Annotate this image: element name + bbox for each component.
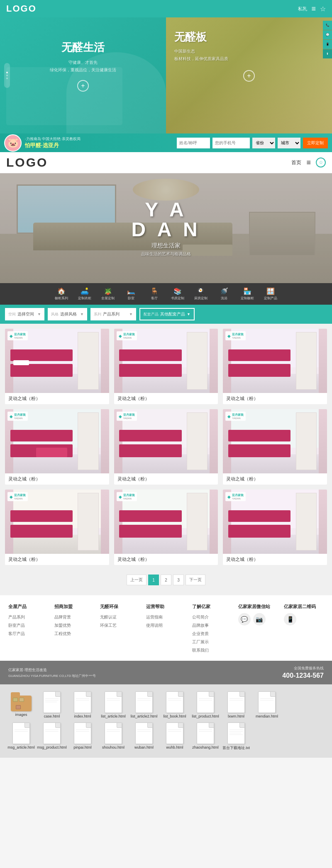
cat-item-9[interactable]: 🏪 定制橱柜 (236, 286, 259, 302)
footer-about-link-4[interactable]: 工厂展示 (192, 638, 232, 646)
file-item-shouhou[interactable]: shouhou.html (99, 723, 127, 751)
footer-join-link-2[interactable]: 加盟优势 (54, 621, 94, 630)
file-item-case[interactable]: case.html (38, 691, 66, 718)
cat-item-1[interactable]: 🏠 橱柜系列 (50, 286, 73, 302)
page-2-btn[interactable]: 2 (161, 575, 171, 585)
product-card-3-3[interactable]: ◆ 亚丹家装 YADAN 灵动之城（粉） (223, 490, 327, 565)
file-grid: images case.html index.html (5, 689, 327, 720)
cat-item-5[interactable]: 🪑 客厅 (143, 286, 166, 302)
footer-eco-link-1[interactable]: 无醛认证 (100, 613, 140, 621)
footer-join-link-3[interactable]: 工程优势 (54, 630, 94, 638)
name-input[interactable] (177, 138, 210, 148)
cat-icon-7: 🍳 (197, 287, 205, 295)
footer-about-link-1[interactable]: 公司简介 (192, 613, 232, 621)
footer-join-link-1[interactable]: 品牌背景 (54, 613, 94, 621)
product-card-1-2[interactable]: ◆ 亚丹家装 YADAN 灵动之城（粉） (114, 329, 218, 404)
main-header: LOGO 首页 ≡ ☆ (0, 152, 332, 173)
side-panel-item-1[interactable]: 📞 (323, 21, 332, 30)
cat-item-7[interactable]: 🍳 厨房定制 (189, 286, 212, 302)
footer-about-link-5[interactable]: 联系我们 (192, 646, 232, 655)
filter-style[interactable]: 风格 选择风格 ▼ (48, 308, 87, 320)
file-item-list-product[interactable]: list_product.html (191, 691, 220, 718)
next-page-btn[interactable]: 下一页 (186, 575, 205, 585)
banner-left-plus-btn[interactable]: + (77, 80, 89, 92)
footer-eco-link-2[interactable]: 环保工艺 (100, 621, 140, 630)
page-3-btn[interactable]: 3 (173, 575, 184, 585)
filter-series[interactable]: 系列 产品系列 ▼ (90, 308, 136, 320)
cat-item-4[interactable]: 🛏️ 卧室 (120, 286, 143, 302)
camera-icon[interactable]: 📷 (253, 613, 266, 626)
footer-col-join: 招商加盟 品牌背景 加盟优势 工程优势 (54, 604, 94, 655)
product-card-2-3[interactable]: ◆ 亚丹家装 YADAN 灵动之城（粉） (223, 409, 327, 485)
file-item-wuhb[interactable]: wuhb.html (161, 723, 189, 751)
main-logo: LOGO (6, 155, 48, 170)
file-page-icon (43, 691, 61, 713)
cat-icon-8: 🚿 (220, 287, 228, 295)
cat-item-2[interactable]: 🛋️ 定制衣柜 (73, 286, 96, 302)
file-item-list-article2[interactable]: list_article2.html (130, 691, 158, 718)
footer-col-products: 全屋产品 产品系列 卧室产品 客厅产品 (8, 604, 48, 655)
header-menu-icon[interactable]: ≡ (306, 158, 311, 167)
filter-series-placeholder: 产品系列 (103, 311, 127, 317)
footer-ops-link-1[interactable]: 运营指南 (146, 613, 186, 621)
province-select[interactable]: 省份 (252, 138, 275, 148)
file-item-zhaoshang[interactable]: zhaoshang.html (191, 723, 220, 751)
side-panel-item-3[interactable]: 📱 (323, 40, 332, 49)
footer-link-2[interactable]: 卧室产品 (8, 621, 48, 630)
cat-label-1: 橱柜系列 (55, 296, 68, 301)
hero-banner: Y A D A N 理想生活家 品味生活的艺术与格调品格 (0, 173, 332, 283)
file-item-list-article[interactable]: list_article.html (99, 691, 127, 718)
file-item-images[interactable]: images (7, 691, 35, 718)
footer-ops-link-2[interactable]: 使用说明 (146, 621, 186, 630)
file-item-pinpai[interactable]: pinpai.html (68, 723, 97, 751)
submit-button[interactable]: 立即定制 (303, 138, 328, 148)
wechat-icon[interactable]: 💬 (238, 613, 251, 626)
nav-menu-icon[interactable]: ≡ (311, 5, 316, 13)
filter-space[interactable]: 空间 选择空间 ▼ (5, 308, 44, 320)
footer-link-1[interactable]: 产品系列 (8, 613, 48, 621)
banner-right-plus-btn[interactable]: + (243, 70, 255, 82)
product-card-3-1[interactable]: ◆ 亚丹家装 YADAN 灵动之城（粉） (5, 490, 109, 565)
cat-icon-5: 🪑 (150, 287, 159, 295)
cat-item-10[interactable]: 🪟 定制产品 (259, 286, 282, 302)
side-panel-item-4[interactable]: ⬆ (323, 49, 332, 58)
file-item-msg-product[interactable]: msg_product.html (38, 723, 66, 751)
file-page-icon-zs (197, 723, 214, 744)
file-item-msg-article[interactable]: msg_article.html (7, 723, 35, 751)
product-card-2-1[interactable]: ◆ 亚丹家装 YADAN 灵动之城（粉） (5, 409, 109, 485)
file-page-icon-la2 (135, 691, 153, 713)
file-item-wuban[interactable]: wuban.html (130, 723, 158, 751)
page-1-btn[interactable]: 1 (148, 575, 159, 585)
product-card-2-2[interactable]: ◆ 亚丹家装 YADAN 灵动之城（粉） (114, 409, 218, 485)
peppa-text-content: ·力推南岛 中国大拒绝·亲灵教权局 怕甲醛·选亚丹 (25, 136, 81, 149)
header-circle-btn[interactable]: ☆ (316, 158, 326, 167)
side-panel-item-2[interactable]: 💬 (323, 30, 332, 39)
nav-star-icon[interactable]: ☆ (320, 5, 326, 13)
cat-item-6[interactable]: 📚 书房定制 (166, 286, 189, 302)
product-card-1-3[interactable]: ◆ 亚丹家装 YADAN 灵动之城（粉） (223, 329, 327, 404)
file-item-lxwm[interactable]: lxwm.html (222, 691, 250, 718)
banner-left-subtitle: 守健康、才首先绿化环保，重视品位，关注健康生活 (8, 59, 158, 74)
file-item-list-book[interactable]: list_book.html (161, 691, 189, 718)
product-card-3-2[interactable]: ◆ 亚丹家装 YADAN 灵动之城（粉） (114, 490, 218, 565)
footer-link-3[interactable]: 客厅产品 (8, 630, 48, 638)
file-item-download-txt[interactable]: 首台下载地址.txt (222, 723, 250, 751)
footer-about-link-2[interactable]: 品牌故事 (192, 621, 232, 630)
cat-item-8[interactable]: 🚿 洗浴 (212, 286, 236, 302)
qr-icon[interactable]: 📱 (284, 613, 296, 626)
cat-item-3[interactable]: 🪴 全屋定制 (96, 286, 120, 302)
product-image-3-3: ◆ 亚丹家装 YADAN (223, 490, 327, 554)
footer-about-link-3[interactable]: 企业资质 (192, 630, 232, 638)
file-item-index[interactable]: index.html (68, 691, 97, 718)
phone-input[interactable] (212, 138, 250, 148)
file-item-mendian[interactable]: mendian.html (253, 691, 281, 718)
banner-right-panel: 无醛板 中国新生态板材科技，延伸优质家具品质 + (166, 17, 332, 133)
nav-private-icon[interactable]: 私乳 (298, 6, 307, 12)
filter-series-tag: 系列 (94, 312, 101, 317)
filter-matching[interactable]: 配套产品 其他配套产品 ▼ (139, 308, 195, 320)
prev-page-btn[interactable]: 上一页 (127, 575, 146, 585)
product-card-1-1[interactable]: ◆ 亚丹家装 YADAN 灵动之城（粉） (5, 329, 109, 404)
city-select[interactable]: 城市 (278, 138, 300, 148)
header-home-link[interactable]: 首页 (291, 159, 301, 166)
file-name-index: index.html (74, 714, 91, 718)
